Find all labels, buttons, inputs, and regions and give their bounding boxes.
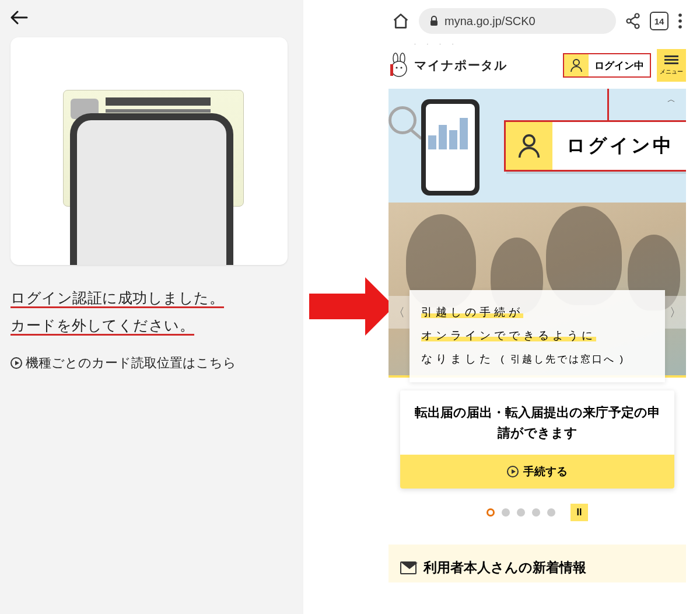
- left-app-screen: ログイン認証に成功しました。 カードを外してください。 機種ごとのカード読取位置…: [0, 0, 303, 614]
- right-browser-screen: myna.go.jp/SCK0 14 · · · · マイナポータル ログイン中…: [388, 0, 686, 614]
- phone-graphic: [70, 113, 233, 265]
- svg-point-11: [400, 67, 402, 68]
- lock-icon: [429, 16, 439, 26]
- menu-label: メニュー: [660, 68, 683, 76]
- pager-dot-2[interactable]: [502, 508, 510, 517]
- procedure-card-title: 転出届の届出・転入届提出の来庁予定の申請ができます: [400, 390, 674, 455]
- pager-dot-1[interactable]: [487, 508, 495, 517]
- svg-rect-0: [430, 20, 438, 26]
- hero-illustration: ︿ ログイン中: [388, 89, 686, 203]
- svg-point-3: [635, 25, 639, 29]
- login-status-small-label: ログイン中: [589, 59, 650, 72]
- banner-line-3a: なりました: [421, 353, 494, 365]
- back-arrow-icon[interactable]: [10, 11, 28, 25]
- play-circle-icon: [507, 466, 519, 477]
- svg-point-14: [524, 135, 534, 146]
- success-line-2: カードを外してください。: [10, 318, 194, 336]
- banner-line-1: 引越しの手続が: [421, 306, 523, 318]
- browser-toolbar: myna.go.jp/SCK0 14: [388, 0, 686, 46]
- procedure-action-button[interactable]: 手続する: [400, 455, 674, 489]
- svg-point-5: [678, 19, 682, 23]
- hero-banner-text: 引越しの手続が オンラインでできるように なりました ( 引越し先では窓口へ ): [410, 290, 665, 382]
- pager-dot-4[interactable]: [532, 508, 540, 517]
- svg-rect-12: [390, 64, 393, 76]
- login-status-badge-small[interactable]: ログイン中: [563, 53, 651, 78]
- news-heading-row: 利用者本人さんの新着情報: [400, 559, 674, 577]
- address-bar[interactable]: myna.go.jp/SCK0: [419, 8, 616, 34]
- readpos-link-label: 機種ごとのカード読取位置はこちら: [26, 354, 236, 372]
- news-heading: 利用者本人さんの新着情報: [424, 559, 586, 577]
- login-status-badge-large: ログイン中: [504, 120, 686, 172]
- banner-line-2: オンラインでできるように: [421, 329, 596, 341]
- logo-dots-decoration: · · · ·: [414, 41, 458, 47]
- transition-arrow-icon: [309, 277, 394, 336]
- hero-area: ︿ ログイン中 〈 〉 引越しの手続が オンラインでできるように なりました (…: [388, 89, 686, 378]
- svg-point-13: [573, 60, 579, 65]
- card-read-position-link[interactable]: 機種ごとのカード読取位置はこちら: [10, 354, 293, 372]
- login-status-large-label: ログイン中: [552, 133, 686, 159]
- pager-dot-3[interactable]: [517, 508, 525, 517]
- svg-point-2: [627, 19, 631, 23]
- svg-point-6: [678, 25, 682, 29]
- site-name: マイナポータル: [414, 57, 508, 74]
- home-icon[interactable]: [392, 12, 410, 30]
- carousel-prev-button[interactable]: 〈: [388, 296, 410, 329]
- nfc-illustration: [10, 37, 288, 265]
- procedure-card: 転出届の届出・転入届提出の来庁予定の申請ができます 手続する: [400, 390, 674, 489]
- news-section: 利用者本人さんの新着情報: [388, 545, 686, 582]
- mail-icon: [400, 561, 416, 574]
- logo-rabbit-icon: [388, 53, 410, 78]
- chevron-up-icon[interactable]: ︿: [667, 95, 676, 105]
- svg-point-9: [391, 61, 407, 76]
- person-icon: [506, 122, 552, 170]
- pager-dot-5[interactable]: [547, 508, 555, 517]
- svg-point-1: [635, 14, 639, 18]
- carousel-next-button[interactable]: 〉: [665, 296, 686, 329]
- url-text: myna.go.jp/SCK0: [444, 15, 536, 28]
- banner-line-3b: ( 引越し先では窓口へ ): [501, 354, 625, 365]
- site-header: · · · · マイナポータル ログイン中 メニュー: [388, 46, 686, 89]
- hamburger-menu-button[interactable]: メニュー: [657, 49, 686, 82]
- annotation-connector: [607, 89, 609, 124]
- hero-photo: 〈 〉 引越しの手続が オンラインでできるように なりました ( 引越し先では窓…: [388, 203, 686, 378]
- browser-menu-icon[interactable]: [678, 13, 682, 29]
- share-icon[interactable]: [625, 13, 640, 29]
- carousel-pause-button[interactable]: II: [570, 504, 588, 521]
- tab-count-badge[interactable]: 14: [650, 12, 668, 30]
- login-success-text: ログイン認証に成功しました。 カードを外してください。: [10, 285, 293, 339]
- svg-point-10: [396, 67, 397, 68]
- svg-point-4: [678, 13, 682, 17]
- play-circle-icon: [10, 357, 22, 369]
- procedure-action-label: 手続する: [523, 464, 568, 479]
- success-line-1: ログイン認証に成功しました。: [10, 290, 224, 308]
- person-icon: [564, 54, 589, 76]
- carousel-pager: II: [388, 504, 686, 521]
